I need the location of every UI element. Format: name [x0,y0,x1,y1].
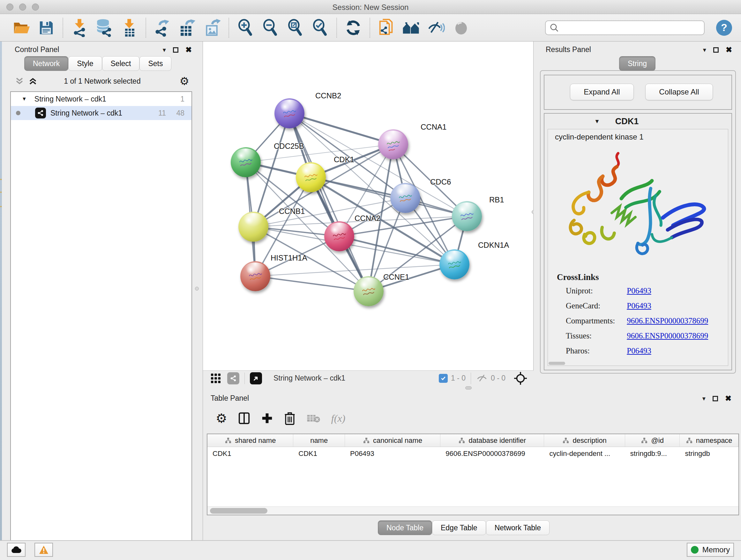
search-input[interactable] [559,23,699,32]
detach-view-icon[interactable] [250,372,262,384]
import-table-file-button[interactable] [117,16,142,39]
string-import-button[interactable] [374,16,399,39]
grid-view-icon[interactable] [210,373,221,384]
column-header-database-identifier[interactable]: database identifier [441,434,544,447]
network-node-CCNB2[interactable] [274,98,305,128]
collapse-all-button[interactable]: Collapse All [645,84,713,100]
crosslink-link[interactable]: 9606.ENSP00000378699 [627,316,708,325]
string-view-icon[interactable] [227,372,239,384]
crosslink-link[interactable]: P06493 [627,347,651,355]
network-node-CCNA2[interactable] [324,221,354,251]
network-options-gear-icon[interactable]: ⚙ [180,76,189,86]
network-edge-CCNB2-CCNE1[interactable] [289,113,368,291]
table-cell[interactable]: CDK1 [293,447,345,460]
table-cell[interactable]: stringdb:9... [625,447,680,460]
left-splitter-handle[interactable] [195,287,199,291]
results-panel-float-icon[interactable] [713,47,719,53]
tab-node-table[interactable]: Node Table [378,520,432,535]
network-node-RB1[interactable] [452,201,482,231]
import-network-database-button[interactable] [92,16,117,39]
network-edge-HIST1H1A-CCNE1[interactable] [255,276,368,291]
zoom-in-button[interactable] [233,16,258,39]
open-session-button[interactable] [9,16,34,39]
import-network-file-button[interactable] [67,16,92,39]
network-node-CDK1[interactable] [296,162,326,192]
function-builder-icon[interactable]: f(x) [331,413,345,424]
collection-expander-icon[interactable]: ▼ [22,96,27,102]
gene-expander-icon[interactable]: ▼ [594,118,600,125]
network-node-CCNE1[interactable] [354,276,384,306]
network-canvas[interactable]: CCNB2CCNA1CDC25BCDK1CDC6RB1CCNB1CCNA2CDK… [203,42,534,370]
table-panel-menu-icon[interactable]: ▾ [702,395,705,402]
table-hscrollbar[interactable] [207,506,738,515]
zoom-out-button[interactable] [258,16,283,39]
table-cell[interactable]: CDK1 [207,447,293,460]
birds-eye-crosshair-icon[interactable] [514,372,527,385]
expand-all-button[interactable]: Expand All [570,84,634,100]
table-cell[interactable]: stringdb [680,447,738,460]
column-header-description[interactable]: description [544,434,625,447]
control-panel-float-icon[interactable] [173,47,179,53]
save-session-button[interactable] [34,16,59,39]
network-node-CDC6[interactable] [390,183,420,213]
column-header-name[interactable]: name [293,434,345,447]
gene-section-header[interactable]: ▼ CDK1 [544,114,731,129]
table-cell[interactable]: 9606.ENSP00000378699 [441,447,544,460]
results-panel-menu-icon[interactable]: ▾ [703,46,706,54]
memory-button[interactable]: Memory [687,543,734,557]
horizontal-splitter-handle[interactable] [465,386,472,389]
table-cell[interactable]: cyclin-dependent ... [544,447,625,460]
table-row[interactable]: CDK1CDK1P064939606.ENSP00000378699cyclin… [207,447,738,460]
tab-style[interactable]: Style [68,56,102,71]
tab-network-table[interactable]: Network Table [486,520,549,535]
crosslink-link[interactable]: 9606.ENSP00000378699 [627,331,708,340]
string-home-button[interactable] [399,16,424,39]
control-panel-close-icon[interactable]: ✖ [185,46,192,54]
table-hscrollbar-thumb[interactable] [210,508,267,514]
table-panel-float-icon[interactable] [713,396,718,401]
tab-sets[interactable]: Sets [139,56,172,71]
export-image-button[interactable] [200,16,225,39]
results-scrollbar-thumb[interactable] [549,362,565,365]
hidden-eye-icon[interactable] [476,374,488,383]
network-edge-CCNB2-CCNA1[interactable] [289,113,393,144]
results-panel-close-icon[interactable]: ✖ [726,46,732,54]
add-column-icon[interactable] [261,412,273,424]
selected-checkbox-icon[interactable] [439,374,448,383]
enhanced-labels-button[interactable] [424,16,449,39]
tab-network[interactable]: Network [24,56,68,71]
control-panel-menu-icon[interactable]: ▾ [163,46,166,54]
export-table-button[interactable] [175,16,200,39]
network-row[interactable]: String Network – cdk1 11 48 [11,106,192,120]
table-cell[interactable]: P06493 [345,447,441,460]
crosslink-link[interactable]: P06493 [627,301,651,310]
network-node-CDKN1A[interactable] [440,249,469,279]
tab-edge-table[interactable]: Edge Table [432,520,486,535]
apply-layout-button[interactable] [341,16,366,39]
zoom-fit-button[interactable] [283,16,308,39]
table-settings-gear-icon[interactable]: ⚙ [216,412,227,425]
network-node-CCNB1[interactable] [239,212,268,242]
network-collection-row[interactable]: ▼ String Network – cdk1 1 [11,92,192,106]
network-node-HIST1H1A[interactable] [240,261,270,291]
export-network-button[interactable] [150,16,175,39]
crosslink-link[interactable]: P06493 [627,287,651,295]
delete-table-icon[interactable] [307,413,320,424]
tab-string[interactable]: String [619,56,656,71]
table-panel-close-icon[interactable]: ✖ [725,395,731,402]
show-columns-icon[interactable] [238,412,250,425]
gray-eye-button[interactable] [449,16,474,39]
network-node-CCNA1[interactable] [378,129,408,159]
column-header-shared-name[interactable]: shared name [207,434,293,447]
column-header-namespace[interactable]: namespace [680,434,738,447]
search-box[interactable] [545,20,704,35]
cloud-status-button[interactable] [7,543,25,557]
help-button[interactable]: ? [716,20,732,36]
tab-select[interactable]: Select [102,56,140,71]
zoom-selected-button[interactable] [308,16,333,39]
delete-column-icon[interactable] [284,411,295,425]
network-node-CDC25B[interactable] [231,147,261,177]
column-header-canonical-name[interactable]: canonical name [345,434,441,447]
column-header--id[interactable]: @id [625,434,680,447]
warnings-button[interactable] [35,543,53,557]
